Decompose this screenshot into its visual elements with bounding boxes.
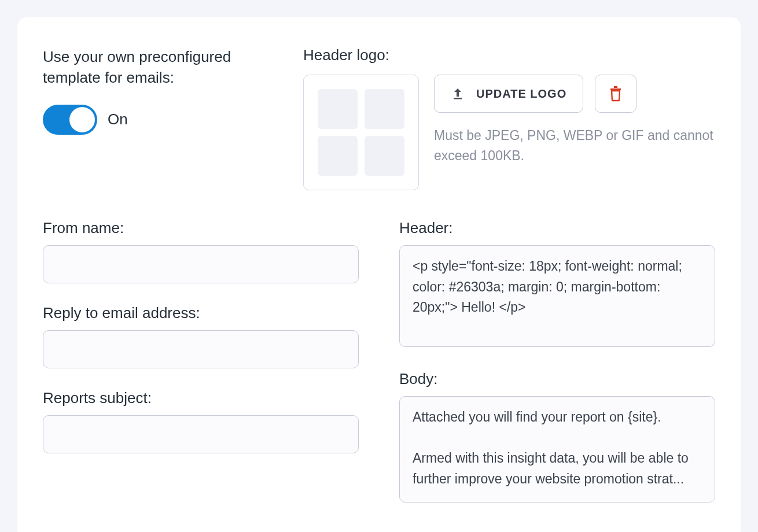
header-field: Header:	[399, 219, 715, 349]
template-toggle-section: Use your own preconfigured template for …	[43, 46, 274, 190]
header-label: Header:	[399, 219, 715, 237]
body-label: Body:	[399, 370, 715, 388]
from-name-input[interactable]	[43, 245, 359, 283]
logo-right-column: UPDATE LOGO Must be	[434, 75, 715, 165]
delete-logo-button[interactable]	[595, 75, 636, 113]
header-textarea[interactable]	[399, 245, 715, 347]
svg-rect-0	[454, 98, 462, 99]
logo-preview	[303, 75, 419, 190]
update-logo-button[interactable]: UPDATE LOGO	[434, 75, 583, 113]
reply-to-field: Reply to email address:	[43, 304, 359, 368]
logo-row: UPDATE LOGO Must be	[303, 75, 715, 190]
top-row: Use your own preconfigured template for …	[43, 46, 715, 190]
trash-icon	[609, 86, 623, 102]
reports-subject-input[interactable]	[43, 415, 359, 453]
template-toggle-heading: Use your own preconfigured template for …	[43, 46, 274, 88]
header-logo-section: Header logo:	[303, 46, 715, 190]
settings-card: Use your own preconfigured template for …	[17, 17, 741, 532]
svg-rect-2	[614, 86, 617, 88]
right-column: Header: Body:	[399, 219, 715, 505]
reports-subject-field: Reports subject:	[43, 389, 359, 453]
toggle-knob	[69, 107, 95, 132]
from-name-field: From name:	[43, 219, 359, 283]
logo-placeholder-tile	[365, 89, 404, 129]
logo-placeholder-tile	[318, 136, 358, 176]
left-column: From name: Reply to email address: Repor…	[43, 219, 359, 505]
svg-rect-1	[610, 88, 621, 90]
reply-to-input[interactable]	[43, 330, 359, 368]
reports-subject-label: Reports subject:	[43, 389, 359, 407]
header-logo-label: Header logo:	[303, 46, 715, 64]
upload-icon	[451, 87, 465, 101]
logo-placeholder-tile	[318, 89, 358, 129]
template-toggle[interactable]	[43, 105, 97, 135]
logo-hint: Must be JPEG, PNG, WEBP or GIF and canno…	[434, 125, 715, 165]
from-name-label: From name:	[43, 219, 359, 237]
reply-to-label: Reply to email address:	[43, 304, 359, 322]
toggle-state-label: On	[108, 110, 128, 128]
logo-placeholder-tile	[365, 136, 404, 176]
toggle-row: On	[43, 105, 274, 135]
body-field: Body:	[399, 370, 715, 505]
form-grid: From name: Reply to email address: Repor…	[43, 219, 715, 505]
body-textarea[interactable]	[399, 396, 715, 503]
update-logo-label: UPDATE LOGO	[476, 87, 566, 101]
logo-actions: UPDATE LOGO	[434, 75, 715, 113]
